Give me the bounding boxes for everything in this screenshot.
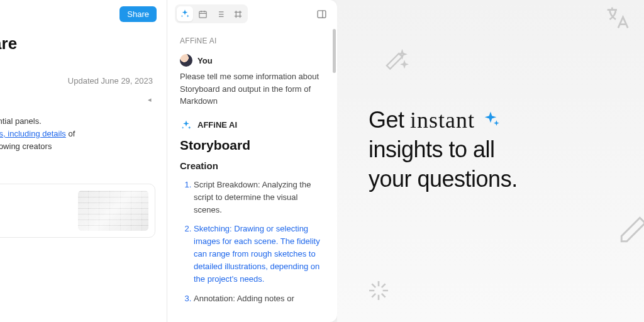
user-message-header: You [180,54,325,67]
list-item: Annotation: Adding notes or [194,292,325,305]
sparkle-icon [481,110,500,129]
ai-avatar [180,119,192,131]
tab-outline[interactable] [212,6,228,21]
headline-instant: instant [410,108,475,133]
list-item: Sketching: Drawing or selecting images f… [194,223,325,286]
chat-header: AFFiNE AI [180,36,325,45]
tab-ai[interactable] [177,6,193,21]
svg-rect-1 [318,10,326,17]
frame-icon [233,9,243,19]
wand-icon [382,49,409,75]
sidebar-tab-group [175,4,248,23]
text-fragment: y presented in the form of sequential pa… [0,116,42,126]
scrollbar-thumb[interactable] [333,29,336,73]
app-window: Share r Software Updated June 29, 2023 ◂… [0,0,337,322]
ai-response: Storyboard Creation Script Breakdown: An… [180,138,325,305]
tab-frame[interactable] [230,6,246,21]
user-avatar [180,54,192,67]
response-list: Script Breakdown: Analyzing the script t… [180,179,325,305]
page-title: r Software [0,34,155,53]
document-pane: Share r Software Updated June 29, 2023 ◂… [0,0,167,322]
svg-rect-0 [199,11,206,18]
response-heading: Storyboard [180,138,325,153]
marketing-panel: Get instant insights to all your questio… [337,0,644,322]
share-button[interactable]: Share [119,6,157,22]
user-name: You [197,56,213,65]
ai-message-header: AFFiNE AI [180,119,325,131]
pencil-icon [618,214,644,245]
document-paragraph: y presented in the form of sequential pa… [0,115,155,166]
marketing-headline: Get instant insights to all your questio… [369,106,518,194]
burst-icon [366,278,391,303]
chat-panel: AFFiNE AI You Please tell me some inform… [167,28,337,322]
document-link[interactable]: es describing key scenes or shots, inclu… [0,129,66,138]
text-fragment: ovide a blueprint for a project, allowin… [0,142,52,151]
headline-line2: insights to all [369,136,495,162]
list-item: Script Breakdown: Analyzing the script t… [194,179,325,216]
linked-card[interactable]: d by a grand ting a striking contr… [0,184,155,238]
calendar-icon [198,9,208,19]
document-body: r Software Updated June 29, 2023 ◂ y pre… [0,34,167,238]
headline-line1a: Get [369,107,410,133]
text-fragment: of [66,129,75,138]
list-icon [216,9,225,19]
document-toolbar: Share [0,0,167,28]
translate-icon [602,4,631,33]
collapse-caret-icon[interactable]: ◂ [0,96,155,104]
ai-sidebar: AFFiNE AI You Please tell me some inform… [167,0,337,322]
response-subheading: Creation [180,160,325,171]
user-message: Please tell me some information about St… [180,70,325,108]
headline-line3: your questions. [369,166,518,192]
panel-toggle-icon [316,9,327,19]
tab-calendar[interactable] [194,6,211,21]
updated-timestamp: Updated June 29, 2023 [0,76,155,86]
card-caption: d by a grand ting a striking contr… [0,200,70,221]
ai-name: AFFiNE AI [197,120,237,130]
card-thumbnail [78,191,148,231]
panel-toggle-button[interactable] [313,6,330,21]
sparkle-icon [180,119,192,131]
sidebar-toolbar [167,0,337,28]
sparkle-icon [180,9,190,19]
